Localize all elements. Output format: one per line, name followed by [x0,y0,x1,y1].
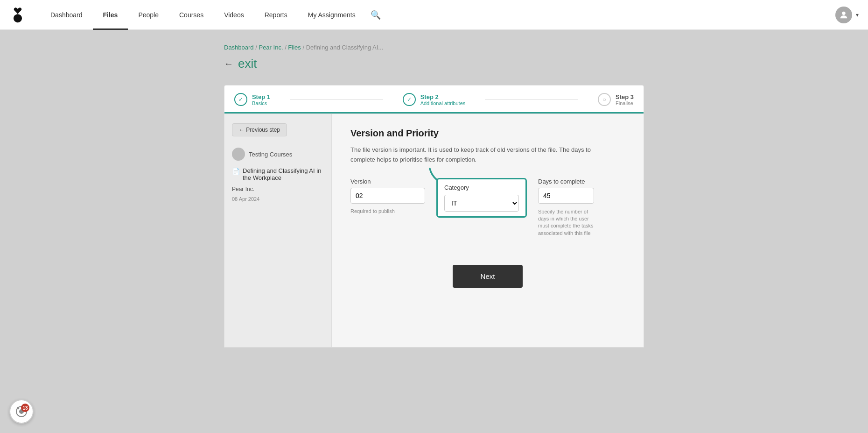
days-group: Days to complete Specify the number of d… [538,178,599,237]
sidebar-username: Testing Courses [249,151,292,158]
category-group: Category IT HR Finance Operations Sales … [436,178,527,218]
step-1-name: Step 1 [252,93,270,100]
nav-my-assignments[interactable]: My Assignments [298,0,366,30]
sidebar-date: 08 Apr 2024 [232,196,324,202]
category-select[interactable]: IT HR Finance Operations Sales Marketing [444,195,519,212]
avatar [835,7,852,23]
file-icon: 📄 [232,168,240,175]
sidebar-file-info: Testing Courses 📄 Defining and Classifyi… [232,148,324,202]
main-panel: Version and Priority The file version is… [332,114,644,347]
step-2-sub: Additional attributes [420,100,466,106]
section-description: The file version is important. It is use… [350,145,593,165]
step-2-name: Step 2 [420,93,466,100]
chevron-down-icon: ▾ [856,12,859,18]
sidebar-file-name: Defining and Classifying AI in the Workp… [243,167,324,181]
section-title: Version and Priority [350,128,625,139]
navbar: Dashboard Files People Courses Videos Re… [0,0,868,30]
step-1-text: Step 1 Basics [252,93,270,106]
exit-label[interactable]: exit [238,57,257,71]
sidebar-org: Pear Inc. [232,186,324,192]
step-1: ✓ Step 1 Basics [234,93,270,106]
svg-point-0 [14,14,22,22]
step-3-text: Step 3 Finalise [616,93,634,106]
days-hint: Specify the number of days in which the … [538,208,599,237]
breadcrumb: Dashboard / Pear Inc. / Files / Defining… [224,44,644,51]
form-row: Version Required to publish Category IT … [350,178,625,237]
notification-badge: 13 [15,405,28,418]
nav-files[interactable]: Files [93,0,128,30]
back-arrow-icon[interactable]: ← [224,58,233,69]
search-icon[interactable]: 🔍 [371,10,381,20]
step-3-name: Step 3 [616,93,634,100]
main-content: Dashboard / Pear Inc. / Files / Defining… [0,30,868,362]
step-3: ○ Step 3 Finalise [598,93,634,106]
notification-count: 13 [21,404,29,412]
step-3-sub: Finalise [616,100,634,106]
sidebar-user: Testing Courses [232,148,324,161]
version-label: Version [350,178,425,185]
breadcrumb-dashboard[interactable]: Dashboard [224,44,254,51]
step-1-circle: ✓ [234,93,247,106]
version-group: Version Required to publish [350,178,425,214]
breadcrumb-current: Defining and Classifying AI... [306,44,383,51]
nav-items: Dashboard Files People Courses Videos Re… [40,0,835,30]
nav-courses[interactable]: Courses [169,0,214,30]
step-2-circle: ✓ [403,93,416,106]
sidebar-file-title: 📄 Defining and Classifying AI in the Wor… [232,167,324,181]
stepper: ✓ Step 1 Basics ✓ Step 2 Additional attr… [224,85,644,114]
step-2-text: Step 2 Additional attributes [420,93,466,106]
step-2: ✓ Step 2 Additional attributes [403,93,466,106]
nav-people[interactable]: People [128,0,169,30]
step-3-circle: ○ [598,93,611,106]
breadcrumb-org[interactable]: Pear Inc. [259,44,283,51]
user-menu[interactable]: ▾ [835,7,859,23]
step-divider-2 [485,99,578,100]
content-wrapper: ← Previous step Testing Courses 📄 Defini… [224,114,644,348]
days-input[interactable] [538,188,594,204]
next-button[interactable]: Next [453,265,523,288]
sidebar-panel: ← Previous step Testing Courses 📄 Defini… [224,114,332,347]
notification-button[interactable]: 13 [9,399,34,424]
step-1-sub: Basics [252,100,270,106]
sidebar-avatar [232,148,245,161]
app-logo[interactable] [9,7,26,23]
prev-step-button[interactable]: ← Previous step [232,123,287,136]
days-label: Days to complete [538,178,599,185]
nav-reports[interactable]: Reports [254,0,298,30]
version-hint: Required to publish [350,208,425,214]
nav-dashboard[interactable]: Dashboard [40,0,93,30]
exit-row: ← exit [224,57,644,71]
next-button-row: Next [350,265,625,288]
breadcrumb-files[interactable]: Files [288,44,301,51]
version-input[interactable] [350,188,425,204]
category-label: Category [444,184,519,191]
svg-point-1 [842,11,845,14]
step-divider-1 [290,99,383,100]
nav-videos[interactable]: Videos [214,0,254,30]
